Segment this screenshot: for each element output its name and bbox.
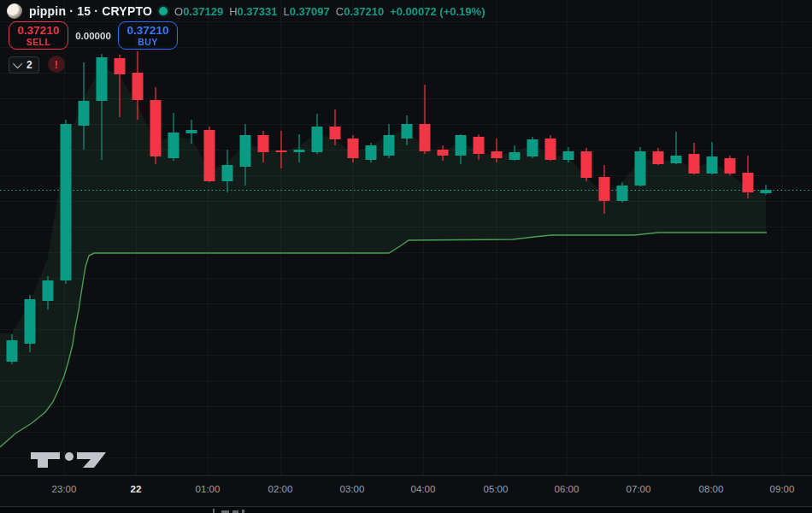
indicator-count: 2 (26, 59, 32, 71)
clipped-glyph (213, 509, 215, 513)
buy-label: BUY (138, 38, 157, 47)
buy-button[interactable]: 0.37210 BUY (118, 21, 178, 50)
tradingview-logo[interactable] (31, 451, 106, 469)
sell-label: SELL (26, 38, 50, 47)
time-tick-label: 09:00 (770, 484, 795, 494)
high-label: H (229, 5, 237, 18)
spread-value: 0.00000 (75, 31, 111, 41)
time-tick-label: 23:00 (52, 484, 77, 494)
sell-price: 0.37210 (18, 25, 60, 37)
time-tick-label: 05:00 (484, 484, 509, 494)
collapse-indicators-button[interactable]: 2 (9, 56, 39, 74)
close-label: C (336, 5, 344, 18)
symbol-title[interactable]: pippin · 15 · CRYPTO (29, 4, 152, 18)
price-chart[interactable] (0, 0, 812, 475)
open-label: O (174, 5, 183, 18)
alert-icon[interactable]: ! (48, 56, 65, 73)
time-tick-label: 07:00 (627, 484, 651, 494)
time-tick-label: 04:00 (411, 484, 436, 494)
trading-chart-window: pippin · 15 · CRYPTO O0.37129 H0.37331 L… (0, 0, 812, 513)
trade-widget: 0.37210 SELL 0.00000 0.37210 BUY (9, 21, 178, 50)
close-value: 0.37210 (344, 5, 384, 18)
time-tick-label: 03:00 (340, 484, 365, 494)
symbol-header: pippin · 15 · CRYPTO O0.37129 H0.37331 L… (7, 2, 485, 21)
time-tick-label: 22 (131, 484, 142, 494)
time-axis[interactable]: 23:002201:0002:0003:0004:0005:0006:0007:… (0, 475, 812, 507)
clipped-bottom-toolbar (0, 506, 812, 513)
market-status-icon[interactable] (159, 7, 168, 15)
high-value: 0.37331 (238, 5, 278, 18)
ohlc-values: O0.37129 H0.37331 L0.37097 C0.37210 +0.0… (174, 5, 485, 18)
open-value: 0.37129 (183, 5, 223, 18)
sell-button[interactable]: 0.37210 SELL (9, 21, 68, 50)
time-tick-label: 06:00 (555, 484, 580, 494)
change-value: +0.00072 (+0.19%) (390, 5, 485, 18)
buy-price: 0.37210 (127, 25, 169, 37)
time-tick-label: 01:00 (196, 484, 221, 494)
chevron-down-icon (13, 59, 22, 68)
time-tick-label: 02:00 (268, 484, 293, 494)
time-tick-label: 08:00 (699, 484, 724, 494)
low-label: L (284, 5, 290, 18)
symbol-logo-icon (7, 3, 22, 19)
clipped-glyph (242, 510, 244, 513)
low-value: 0.37097 (290, 5, 330, 18)
